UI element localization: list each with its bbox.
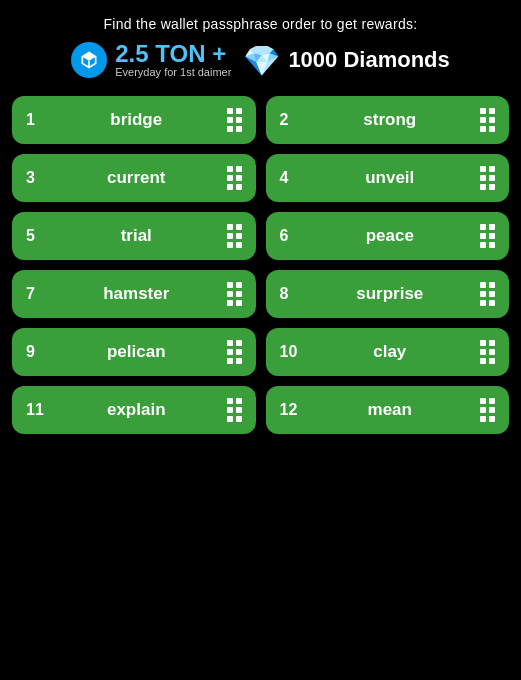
drag-dot <box>480 233 486 239</box>
ton-badge: 2.5 TON + Everyday for 1st daimer <box>71 42 231 78</box>
word-number: 8 <box>280 285 300 303</box>
drag-dot <box>480 282 486 288</box>
drag-dot <box>489 108 495 114</box>
drag-dot <box>236 224 242 230</box>
word-label: unveil <box>308 168 473 188</box>
diamond-amount: 1000 Diamonds <box>288 47 449 73</box>
drag-dot <box>236 349 242 355</box>
drag-dot <box>227 398 233 404</box>
drag-dot <box>480 242 486 248</box>
drag-dot <box>480 358 486 364</box>
drag-dot <box>480 349 486 355</box>
drag-handle[interactable] <box>227 224 242 248</box>
drag-handle[interactable] <box>227 340 242 364</box>
drag-dot <box>489 291 495 297</box>
diamond-badge: 💎 1000 Diamonds <box>243 43 449 78</box>
drag-dot <box>480 416 486 422</box>
drag-dot <box>236 117 242 123</box>
word-card-4[interactable]: 4unveil <box>266 154 510 202</box>
word-number: 10 <box>280 343 300 361</box>
word-card-7[interactable]: 7hamster <box>12 270 256 318</box>
ton-amount: 2.5 TON + <box>115 42 231 66</box>
word-label: bridge <box>54 110 219 130</box>
drag-dot <box>480 108 486 114</box>
drag-dot <box>480 398 486 404</box>
drag-handle[interactable] <box>480 398 495 422</box>
drag-handle[interactable] <box>480 166 495 190</box>
word-label: strong <box>308 110 473 130</box>
word-number: 2 <box>280 111 300 129</box>
drag-dot <box>480 300 486 306</box>
drag-dot <box>489 166 495 172</box>
ton-sub: Everyday for 1st daimer <box>115 66 231 78</box>
drag-dot <box>236 358 242 364</box>
drag-dot <box>236 166 242 172</box>
drag-dot <box>236 407 242 413</box>
drag-dot <box>489 300 495 306</box>
word-card-5[interactable]: 5trial <box>12 212 256 260</box>
drag-dot <box>489 282 495 288</box>
drag-dot <box>489 233 495 239</box>
drag-handle[interactable] <box>227 166 242 190</box>
word-number: 12 <box>280 401 300 419</box>
drag-handle[interactable] <box>480 282 495 306</box>
drag-dot <box>227 416 233 422</box>
drag-dot <box>480 184 486 190</box>
word-label: hamster <box>54 284 219 304</box>
drag-dot <box>227 117 233 123</box>
drag-dot <box>480 224 486 230</box>
drag-dot <box>227 224 233 230</box>
word-number: 1 <box>26 111 46 129</box>
drag-dot <box>227 358 233 364</box>
drag-dot <box>480 291 486 297</box>
drag-dot <box>480 407 486 413</box>
word-card-8[interactable]: 8surprise <box>266 270 510 318</box>
drag-dot <box>236 282 242 288</box>
drag-handle[interactable] <box>480 340 495 364</box>
drag-handle[interactable] <box>480 224 495 248</box>
word-grid: 1bridge2strong3current4unveil5trial6peac… <box>12 96 509 434</box>
drag-dot <box>236 398 242 404</box>
word-number: 7 <box>26 285 46 303</box>
word-number: 4 <box>280 169 300 187</box>
drag-dot <box>480 117 486 123</box>
drag-dot <box>236 233 242 239</box>
drag-dot <box>227 108 233 114</box>
word-label: explain <box>54 400 219 420</box>
drag-dot <box>489 126 495 132</box>
word-card-9[interactable]: 9pelican <box>12 328 256 376</box>
word-number: 11 <box>26 401 46 419</box>
word-card-10[interactable]: 10clay <box>266 328 510 376</box>
drag-dot <box>227 242 233 248</box>
drag-dot <box>480 175 486 181</box>
drag-dot <box>236 126 242 132</box>
drag-handle[interactable] <box>227 398 242 422</box>
drag-dot <box>236 300 242 306</box>
word-card-2[interactable]: 2strong <box>266 96 510 144</box>
ton-icon <box>71 42 107 78</box>
drag-handle[interactable] <box>227 108 242 132</box>
drag-dot <box>489 358 495 364</box>
word-label: mean <box>308 400 473 420</box>
word-card-6[interactable]: 6peace <box>266 212 510 260</box>
drag-dot <box>489 398 495 404</box>
drag-dot <box>489 117 495 123</box>
drag-handle[interactable] <box>480 108 495 132</box>
word-card-3[interactable]: 3current <box>12 154 256 202</box>
word-card-11[interactable]: 11explain <box>12 386 256 434</box>
drag-dot <box>489 184 495 190</box>
drag-dot <box>227 349 233 355</box>
drag-dot <box>227 233 233 239</box>
word-card-1[interactable]: 1bridge <box>12 96 256 144</box>
instruction-text: Find the wallet passphrase order to get … <box>104 16 418 32</box>
drag-dot <box>480 126 486 132</box>
drag-dot <box>489 416 495 422</box>
drag-dot <box>236 184 242 190</box>
word-number: 6 <box>280 227 300 245</box>
word-label: current <box>54 168 219 188</box>
drag-handle[interactable] <box>227 282 242 306</box>
drag-dot <box>489 407 495 413</box>
word-card-12[interactable]: 12mean <box>266 386 510 434</box>
drag-dot <box>236 340 242 346</box>
word-number: 3 <box>26 169 46 187</box>
